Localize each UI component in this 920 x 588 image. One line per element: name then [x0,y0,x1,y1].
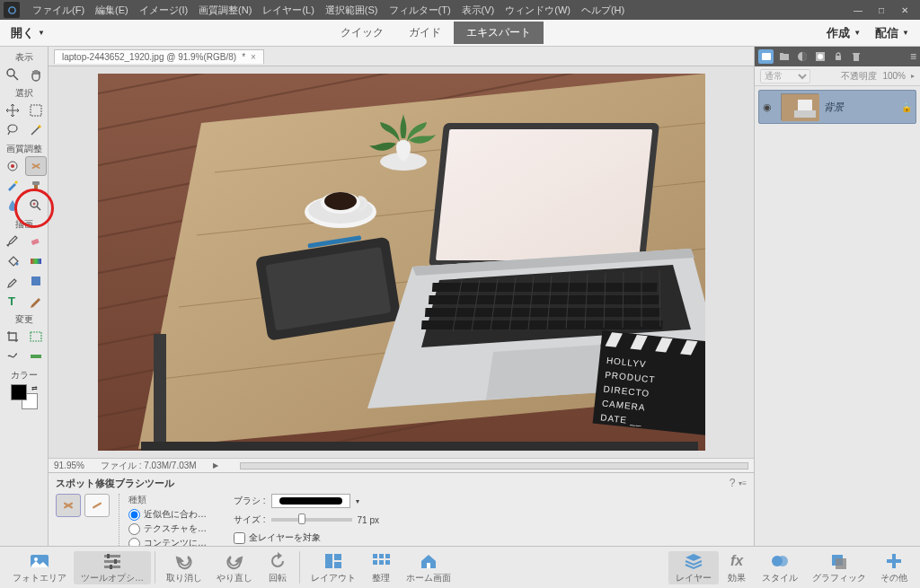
layer-row[interactable]: ◉ 背景 🔒 [758,90,916,124]
menu-filter[interactable]: フィルター(T) [384,4,456,17]
window-maximize[interactable]: □ [870,2,893,18]
zoom-tool[interactable] [2,65,23,84]
redo-button[interactable]: やり直し [209,551,260,584]
layer-thumbnail[interactable] [781,93,818,120]
mode-expert[interactable]: エキスパート [454,22,544,44]
menu-window[interactable]: ウィンドウ(W) [500,4,576,17]
pencil-tool[interactable] [25,291,47,311]
hand-tool[interactable] [25,65,47,84]
panel-menu-icon[interactable]: ≡ [910,50,916,63]
chevron-right-icon[interactable]: ▶ [213,461,218,470]
document-area: laptop-2443652_1920.jpg @ 91.9%(RGB/8) *… [49,47,754,546]
all-layers-checkbox[interactable]: 全レイヤーを対象 [234,531,379,544]
chevron-down-icon: ▼ [38,29,45,37]
brush-tool[interactable] [2,232,23,251]
document-tab[interactable]: laptop-2443652_1920.jpg @ 91.9%(RGB/8) *… [54,49,264,64]
recompose-tool[interactable] [25,327,47,347]
more-tab-button[interactable]: その他 [873,551,915,584]
help-icon[interactable]: ? [730,477,736,489]
new-group-icon[interactable] [776,49,792,64]
svg-rect-86 [93,502,102,509]
radio-proximity[interactable]: 近似色に合わ… [128,508,207,521]
menu-file[interactable]: ファイル(F) [27,4,90,17]
radio-texture[interactable]: テクスチャを… [128,522,207,535]
create-menu[interactable]: 作成▼ [827,25,861,41]
layout-button[interactable]: レイアウト [304,551,363,584]
blur-tool[interactable] [2,196,23,215]
effects-tab-button[interactable]: fx効果 [719,551,755,584]
layers-panel: ≡ 通常 不透明度 100% ▸ ◉ 背景 🔒 [754,47,920,546]
menu-layer[interactable]: レイヤー(L) [257,4,319,17]
horizontal-scrollbar[interactable] [240,462,748,470]
menu-select[interactable]: 選択範囲(S) [320,4,384,17]
smart-brush-tool[interactable] [2,176,23,196]
size-slider[interactable] [271,518,352,522]
svg-rect-41 [141,442,698,451]
swap-colors-icon[interactable]: ⇄ [31,384,38,392]
menu-help[interactable]: ヘルプ(H) [576,4,630,17]
chevron-down-icon[interactable]: ▸ [911,72,915,80]
gradient-tool[interactable] [25,251,47,271]
healing-brush-variant[interactable] [84,494,110,517]
new-layer-icon[interactable] [758,49,774,64]
status-strip: 91.95% ファイル : 7.03M/7.03M ▶ [49,458,754,472]
svg-rect-114 [379,560,384,565]
magic-wand-tool[interactable] [25,120,47,140]
document-tab-label: laptop-2443652_1920.jpg @ 91.9%(RGB/8) [62,52,236,62]
panel-menu-icon[interactable]: ▾≡ [739,479,747,487]
blend-mode-select[interactable]: 通常 [760,69,810,83]
rotate-button[interactable]: 回転 [260,551,296,584]
graphics-tab-button[interactable]: グラフィック [805,551,873,584]
menu-edit[interactable]: 編集(E) [90,4,134,17]
window-minimize[interactable]: — [846,2,870,18]
type-tool[interactable]: T [2,291,23,311]
undo-button[interactable]: 取り消し [159,551,209,584]
mask-icon[interactable] [812,49,827,64]
mode-guided[interactable]: ガイド [396,22,454,44]
eraser-tool[interactable] [25,232,47,251]
move-tool[interactable] [2,101,23,120]
chevron-down-icon[interactable]: ▾ [356,497,359,505]
straighten-tool[interactable] [25,347,47,366]
svg-rect-104 [107,554,110,558]
clone-stamp-tool[interactable] [25,176,47,196]
marquee-tool[interactable] [25,101,47,120]
mode-quick[interactable]: クイック [328,22,396,44]
content-aware-move-tool[interactable] [2,347,23,366]
shape-tool[interactable] [25,271,47,291]
svg-rect-17 [31,259,41,264]
crop-tool[interactable] [2,327,23,347]
home-button[interactable]: ホーム画面 [399,551,458,584]
share-menu[interactable]: 配信▼ [875,25,909,41]
photo-bin-button[interactable]: フォトエリア [5,551,74,584]
lasso-tool[interactable] [2,120,23,140]
lock-icon[interactable] [830,49,845,64]
foreground-color[interactable] [11,384,27,400]
status-file-label: ファイル [101,461,137,470]
menu-view[interactable]: 表示(V) [456,4,500,17]
sponge-tool[interactable] [25,196,47,215]
styles-tab-button[interactable]: スタイル [755,551,805,584]
svg-rect-106 [110,565,112,569]
redeye-tool[interactable] [2,156,23,176]
svg-point-16 [15,263,18,266]
color-swatch[interactable]: ⇄ [11,384,38,409]
spot-healing-variant[interactable] [56,494,81,517]
eyedropper-tool[interactable] [2,271,23,291]
document-canvas[interactable]: HOLLYV PRODUCT DIRECTO CAMERA DATE __ [98,74,705,451]
menu-enhance[interactable]: 画質調整(N) [193,4,257,17]
window-close[interactable]: ✕ [893,2,916,18]
layers-tab-button[interactable]: レイヤー [668,551,719,584]
visibility-icon[interactable]: ◉ [763,101,775,113]
tool-options-button[interactable]: ツールオプシ… [74,551,151,584]
paint-bucket-tool[interactable] [2,251,23,271]
organizer-button[interactable]: 整理 [363,551,399,584]
brush-preview[interactable] [271,494,350,508]
spot-healing-brush-tool[interactable] [25,156,47,176]
tool-options-panel: ? ▾≡ スポット修復ブラシツール 種類 近似色に合わ… テクスチャを… コンテ… [49,472,754,546]
menu-image[interactable]: イメージ(I) [134,4,193,17]
close-tab-icon[interactable]: × [251,52,256,62]
delete-layer-icon[interactable] [848,49,863,64]
open-menu[interactable]: 開く ▼ [11,25,45,41]
adjustment-layer-icon[interactable] [794,49,809,64]
